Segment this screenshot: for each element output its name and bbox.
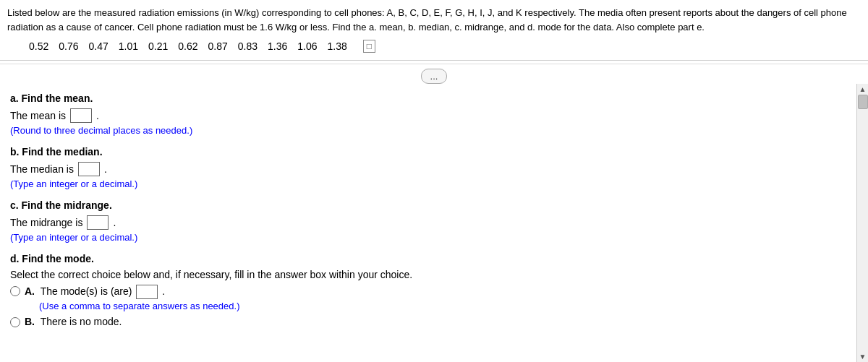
section-c-answer-line: The midrange is . (10, 215, 846, 230)
mode-option-a-label: A. The mode(s) is (are) . (25, 285, 239, 299)
section-a-period: . (96, 110, 99, 121)
mode-option-b-letter: B. (25, 316, 35, 327)
section-d-instruction: Select the correct choice below and, if … (10, 269, 846, 280)
data-val-7: 0.83 (238, 40, 258, 52)
data-val-4: 0.21 (148, 40, 168, 52)
section-b-answer-line: The median is . (10, 162, 846, 176)
data-val-0: 0.52 (29, 40, 48, 52)
data-val-2: 0.47 (89, 40, 109, 52)
data-val-8: 1.36 (268, 40, 287, 52)
mode-option-a-letter: A. (25, 285, 35, 297)
midrange-input[interactable] (87, 215, 109, 230)
data-val-5: 0.62 (178, 40, 197, 52)
section-b-prefix: The median is (10, 163, 74, 175)
section-a: a. Find the mean. The mean is . (Round t… (10, 92, 846, 136)
content-area: a. Find the mean. The mean is . (Round t… (0, 84, 856, 362)
scroll-down-arrow[interactable]: ▼ (859, 351, 867, 362)
mode-option-a-hint: (Use a comma to separate answers as need… (39, 301, 239, 311)
mode-option-b-text: There is no mode. (41, 316, 122, 327)
section-a-title: a. Find the mean. (10, 92, 846, 104)
expand-button[interactable]: ... (421, 69, 448, 84)
section-b-period: . (104, 163, 107, 175)
data-val-6: 0.87 (208, 40, 228, 52)
section-a-prefix: The mean is (10, 110, 66, 121)
mode-option-b: B. There is no mode. (10, 316, 846, 327)
scrollbar-thumb[interactable] (858, 95, 868, 109)
data-val-1: 0.76 (59, 40, 78, 52)
section-c-title: c. Find the midrange. (10, 199, 846, 211)
section-c: c. Find the midrange. The midrange is . … (10, 199, 846, 243)
scroll-up-arrow[interactable]: ▲ (859, 84, 867, 95)
mode-option-a-text: The mode(s) is (are) (41, 285, 132, 297)
section-b-title: b. Find the median. (10, 146, 846, 158)
scrollbar-track: ▲ ▼ (856, 84, 868, 362)
mode-option-b-label: B. There is no mode. (25, 316, 122, 327)
data-val-10: 1.38 (328, 40, 347, 52)
data-values-row: 0.52 0.76 0.47 1.01 0.21 0.62 0.87 0.83 … (7, 40, 861, 53)
problem-description: Listed below are the measured radiation … (7, 6, 861, 34)
copy-icon[interactable]: □ (363, 40, 375, 53)
section-b-hint: (Type an integer or a decimal.) (10, 178, 846, 189)
data-val-3: 1.01 (119, 40, 138, 52)
section-a-hint: (Round to three decimal places as needed… (10, 125, 846, 136)
section-b: b. Find the median. The median is . (Typ… (10, 146, 846, 189)
mode-radio-a[interactable] (10, 286, 20, 296)
section-c-prefix: The midrange is (10, 217, 82, 228)
mean-input[interactable] (70, 108, 92, 123)
mode-option-a: A. The mode(s) is (are) . (Use a comma t… (10, 285, 846, 311)
main-content: a. Find the mean. The mean is . (Round t… (0, 84, 868, 362)
mode-input-a[interactable] (136, 285, 158, 299)
data-val-9: 1.06 (297, 40, 317, 52)
section-d-title: d. Find the mode. (10, 253, 846, 264)
mode-option-a-content: A. The mode(s) is (are) . (Use a comma t… (25, 285, 239, 311)
problem-header: Listed below are the measured radiation … (0, 0, 868, 61)
section-d: d. Find the mode. Select the correct cho… (10, 253, 846, 327)
expand-row: ... (0, 64, 868, 84)
section-c-hint: (Type an integer or a decimal.) (10, 232, 846, 243)
mode-radio-b[interactable] (10, 317, 20, 327)
section-c-period: . (113, 217, 116, 228)
section-a-answer-line: The mean is . (10, 108, 846, 123)
mode-option-a-period: . (162, 285, 165, 297)
median-input[interactable] (78, 162, 100, 176)
